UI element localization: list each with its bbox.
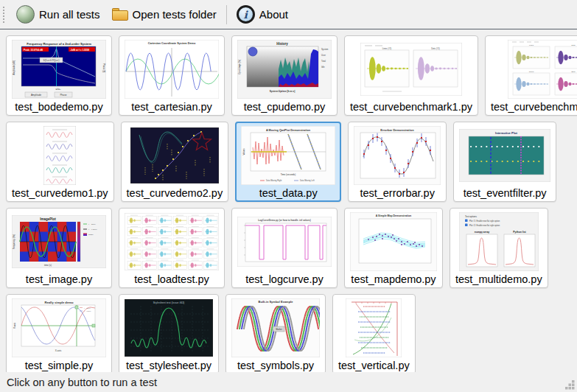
thumb-data: A Moving QwtPlot Demonstration Time (sec…: [241, 126, 335, 185]
test-name-label: test_curvedemo1.py: [12, 187, 108, 199]
svg-text:Amplitude [dB]: Amplitude [dB]: [13, 60, 15, 75]
test-card-eventfilter[interactable]: Interactive Plot test_eventfilter.py: [453, 122, 556, 202]
svg-text:y = sin(x): y = sin(x): [88, 223, 96, 225]
svg-text:Amplitude: Amplitude: [31, 94, 41, 97]
toolbar-separator: [226, 5, 227, 24]
thumb-symbols: Built-in Symbol Example Marker: [231, 298, 320, 357]
thumb-stylesheet: Stylesheet test (issue #63): [125, 298, 213, 357]
test-card-simple[interactable]: Really simple demo y = sin(x) y = cos(x)…: [6, 294, 112, 374]
test-card-bodedemo[interactable]: Frequency Response of a 2nd-order System…: [6, 35, 112, 116]
test-card-cpudemo[interactable]: History System User Total Idle System Up…: [231, 35, 338, 116]
svg-text:Frequency Response of a 2nd-or: Frequency Response of a 2nd-order System: [27, 42, 91, 46]
thumb-simple: Really simple demo y = sin(x) y = cos(x)…: [12, 298, 106, 357]
svg-text:Stylesheet test (issue #63): Stylesheet test (issue #63): [153, 301, 184, 304]
svg-text:Plot #2: Enable new flat style: Plot #2: Enable new flat style option: [469, 224, 500, 227]
svg-text:Really simple demo: Really simple demo: [44, 301, 74, 304]
test-card-loadtest[interactable]: test_loadtest.py: [119, 208, 225, 288]
svg-text:Python list: Python list: [513, 231, 526, 234]
test-card-image[interactable]: ImagePlot y = sin(x) y = x·si: [6, 208, 112, 288]
svg-text:Built-in Symbol Example: Built-in Symbol Example: [259, 300, 294, 304]
test-name-label: test_symbols.py: [237, 360, 314, 371]
svg-text:1/(1+s·0.7/Q+s²): 1/(1+s·0.7/Q+s²): [43, 59, 59, 62]
svg-text:numpy array: numpy array: [475, 231, 489, 234]
open-folder-label: Open tests folder: [133, 8, 217, 21]
svg-text:ω/ω₀: ω/ω₀: [56, 88, 62, 91]
svg-text:Bars: Bars: [571, 71, 576, 73]
svg-text:Lines: Lines: [529, 44, 534, 46]
svg-text:X-axis: X-axis: [55, 349, 62, 352]
test-card-errorbar[interactable]: Errorbar Demonstration: [348, 122, 447, 202]
svg-text:Dots: Dots: [571, 44, 576, 46]
test-name-label: test_curvedemo2.py: [127, 187, 223, 199]
test-name-label: test_vertical.py: [338, 360, 410, 371]
svg-text:System: System: [321, 48, 329, 51]
thumb-mapdemo: A Simple Map Demonstration: [350, 212, 437, 271]
thumb-curvedemo2: [130, 126, 219, 185]
run-all-tests-button[interactable]: Run all tests: [10, 2, 106, 27]
test-name-label: test_stylesheet.py: [126, 360, 211, 371]
test-name-label: test_cpudemo.py: [244, 101, 325, 113]
thumb-eventfilter: Interactive Plot: [459, 126, 550, 185]
svg-text:Errorbar Demonstration: Errorbar Demonstration: [380, 128, 414, 132]
svg-text:Interactive Plot: Interactive Plot: [495, 131, 518, 135]
status-bar: Click on any button to run a test: [0, 372, 577, 392]
test-card-stylesheet[interactable]: Stylesheet test (issue #63) test_stylesh…: [119, 294, 219, 374]
svg-text:Data Moving Right: Data Moving Right: [266, 179, 282, 182]
test-card-data[interactable]: A Moving QwtPlot Demonstration Time (sec…: [235, 122, 341, 202]
test-launcher-window: { "toolbar": { "run_all": "Run all tests…: [0, 0, 577, 392]
thumb-cartesian: Cartesian Coordinate System Demo: [125, 40, 219, 99]
svg-text:Time (seconds): Time (seconds): [281, 173, 296, 176]
test-card-symbols[interactable]: Built-in Symbol Example Marker test_symb…: [225, 294, 326, 374]
test-name-label: test_cartesian.py: [131, 101, 212, 113]
svg-text:Steps: Steps: [529, 71, 534, 73]
test-card-curvebenchmark1[interactable]: Lines (#1) Dots (#1) test_curvebenchmark…: [344, 35, 478, 116]
svg-text:Plot #1: Enable new flat style: Plot #1: Enable new flat style option: [469, 220, 500, 223]
svg-text:Cpu Usage [%]: Cpu Usage [%]: [238, 60, 241, 74]
run-all-icon: [16, 5, 35, 24]
test-name-label: test_curvebenchmark1.py: [350, 101, 472, 113]
test-card-cartesian[interactable]: Cartesian Coordinate System Demo test_ca…: [119, 35, 225, 116]
test-name-label: test_multidemo.py: [455, 273, 542, 285]
grid-row-4: Really simple demo y = sin(x) y = cos(x)…: [6, 294, 577, 374]
svg-text:Phase [°]: Phase [°]: [102, 63, 105, 72]
thumb-loadtest: [125, 212, 219, 271]
info-icon: i: [237, 5, 255, 24]
thumb-logcurve: LogCurveDemo.py (or how to handle -inf v…: [237, 212, 332, 271]
svg-text:System Uptime [h:m:s]: System Uptime [h:m:s]: [270, 90, 296, 93]
test-card-vertical[interactable]: test_vertical.py: [332, 294, 416, 374]
test-name-label: test_bodedemo.py: [15, 101, 102, 113]
thumb-cpudemo: History System User Total Idle System Up…: [237, 40, 332, 99]
grid-row-2: test_curvedemo1.py: [6, 122, 577, 202]
test-name-label: test_mapdemo.py: [351, 273, 436, 285]
open-tests-folder-button[interactable]: Open tests folder: [106, 5, 223, 24]
test-name-label: test_curvebenchmark2.py: [491, 101, 577, 113]
svg-text:Lines (#1): Lines (#1): [382, 47, 392, 50]
test-name-label: test_image.py: [26, 273, 92, 285]
svg-text:time (s): time (s): [44, 264, 52, 267]
svg-text:Dots (#1): Dots (#1): [431, 47, 440, 50]
test-name-label: test_simple.py: [25, 360, 94, 371]
test-name-label: test_loadtest.py: [134, 273, 209, 285]
svg-text:y = cos(x): y = cos(x): [84, 310, 91, 312]
test-card-curvedemo2[interactable]: test_curvedemo2.py: [121, 122, 229, 202]
about-button[interactable]: i About: [231, 2, 294, 27]
thumb-multidemo: Test options Plot #1: Enable new flat st…: [459, 212, 539, 271]
test-card-curvebenchmark2[interactable]: Lines Dots Steps Bars test_curvebenchmar…: [485, 35, 577, 116]
test-card-curvedemo1[interactable]: test_curvedemo1.py: [6, 122, 114, 202]
test-card-logcurve[interactable]: LogCurveDemo.py (or how to handle -inf v…: [231, 208, 338, 288]
svg-text:Phase: Phase: [60, 94, 66, 97]
svg-text:Total: Total: [321, 60, 326, 63]
thumb-bodedemo: Frequency Response of a 2nd-order System…: [12, 40, 106, 99]
grid-row-1: Frequency Response of a 2nd-order System…: [6, 35, 577, 116]
resize-grip[interactable]: [565, 380, 575, 390]
svg-text:Test options: Test options: [465, 215, 478, 218]
test-name-label: test_data.py: [259, 187, 318, 199]
svg-text:User: User: [321, 54, 326, 57]
svg-text:image: image: [88, 234, 94, 236]
svg-text:Cartesian Coordinate System De: Cartesian Coordinate System Demo: [148, 42, 196, 45]
test-name-label: test_eventfilter.py: [464, 187, 547, 199]
toolbar-grip[interactable]: [3, 7, 4, 23]
test-card-mapdemo[interactable]: A Simple Map Demonstration: [344, 208, 443, 288]
test-card-multidemo[interactable]: Test options Plot #1: Enable new flat st…: [450, 208, 548, 288]
svg-text:Data Moving Left: Data Moving Left: [300, 179, 315, 182]
